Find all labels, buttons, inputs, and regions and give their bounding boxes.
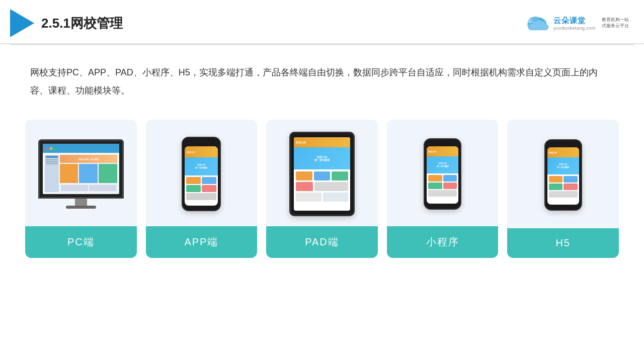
phone-miniprogram-icon: 职进人的 职进人的第一堂兴趣课 [424, 138, 461, 210]
card-h5-label: H5 [507, 228, 619, 258]
card-app: 职进人的 职进人的第一堂兴趣课 [146, 120, 258, 258]
header-left: 2.5.1网校管理 [10, 9, 123, 37]
title-number: 2.5.1网校管理 [41, 16, 123, 31]
card-pad: 职进人的 职进人的第一堂兴趣课 [266, 120, 378, 258]
description-paragraph: 网校支持PC、APP、PAD、小程序、H5，实现多端打通，产品各终端自由切换，数… [30, 63, 614, 100]
phone-app-icon: 职进人的 职进人的第一堂兴趣课 [182, 137, 221, 211]
card-miniprogram: 职进人的 职进人的第一堂兴趣课 [387, 120, 499, 258]
card-miniprogram-label: 小程序 [387, 226, 499, 258]
card-h5-image: 职进人的 职进人的第一堂兴趣课 [507, 120, 619, 228]
brand-name: 云朵课堂 [553, 16, 586, 26]
description-text: 网校支持PC、APP、PAD、小程序、H5，实现多端打通，产品各终端自由切换，数… [0, 45, 644, 110]
svg-point-7 [532, 17, 539, 22]
card-pad-image: 职进人的 职进人的第一堂兴趣课 [266, 120, 378, 226]
brand-cloud-icon [524, 14, 549, 32]
card-h5: 职进人的 职进人的第一堂兴趣课 [507, 120, 619, 258]
card-pad-label: PAD端 [266, 226, 378, 258]
brand-slogan: 教育机构一站式服务云平台 [602, 17, 629, 29]
brand-domain: yunduoketang.com [553, 26, 596, 31]
card-app-label: APP端 [146, 226, 258, 258]
card-pc-label: PC端 [25, 226, 137, 258]
page-title: 2.5.1网校管理 [41, 15, 123, 32]
tablet-pad-icon: 职进人的 职进人的第一堂兴趣课 [289, 132, 355, 216]
pc-monitor-icon: 职进人的第一堂兴趣课 [38, 139, 124, 209]
card-miniprogram-image: 职进人的 职进人的第一堂兴趣课 [387, 120, 499, 226]
card-app-image: 职进人的 职进人的第一堂兴趣课 [146, 120, 258, 226]
cards-container: 职进人的第一堂兴趣课 [0, 110, 644, 268]
logo-icon [10, 9, 34, 37]
phone-h5-icon: 职进人的 职进人的第一堂兴趣课 [544, 139, 582, 211]
card-pc-image: 职进人的第一堂兴趣课 [25, 120, 137, 226]
brand-logo: 云朵课堂 yunduoketang.com 教育机构一站式服务云平台 [524, 14, 629, 32]
card-pc: 职进人的第一堂兴趣课 [25, 120, 137, 258]
header: 2.5.1网校管理 云朵课堂 yunduoketang.com [0, 0, 644, 44]
brand-text: 云朵课堂 yunduoketang.com [553, 16, 596, 31]
